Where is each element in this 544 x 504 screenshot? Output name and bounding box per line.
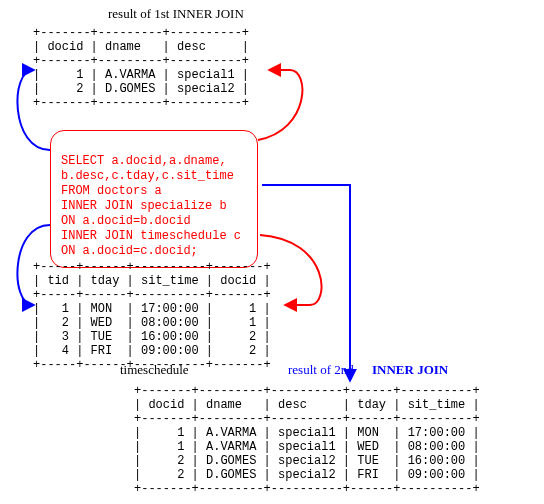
query-line: FROM doctors a bbox=[61, 184, 162, 198]
query-line: ON a.docid=b.docid bbox=[61, 214, 191, 228]
table-first-join: +-------+---------+----------+ | docid |… bbox=[33, 26, 249, 110]
table4-title-b: INNER JOIN bbox=[372, 362, 448, 378]
table1-title: result of 1st INNER JOIN bbox=[108, 6, 244, 22]
arrow-table1-to-query bbox=[258, 70, 302, 140]
sql-query-box: SELECT a.docid,a.dname, b.desc,c.tday,c.… bbox=[50, 130, 258, 268]
arrow-query-to-result2 bbox=[262, 185, 350, 380]
query-line: ON a.docid=c.docid; bbox=[61, 244, 198, 258]
table-second-join: +-------+---------+----------+------+---… bbox=[134, 384, 480, 496]
query-line: SELECT a.docid,a.dname, bbox=[61, 154, 227, 168]
query-line: INNER JOIN timeschedule c bbox=[61, 229, 241, 243]
table-timeschedule: +-----+------+----------+-------+ | tid … bbox=[33, 260, 271, 372]
query-line: INNER JOIN specialize b bbox=[61, 199, 227, 213]
query-line: b.desc,c.tday,c.sit_time bbox=[61, 169, 234, 183]
table4-title-a: result of 2nd bbox=[288, 362, 354, 378]
